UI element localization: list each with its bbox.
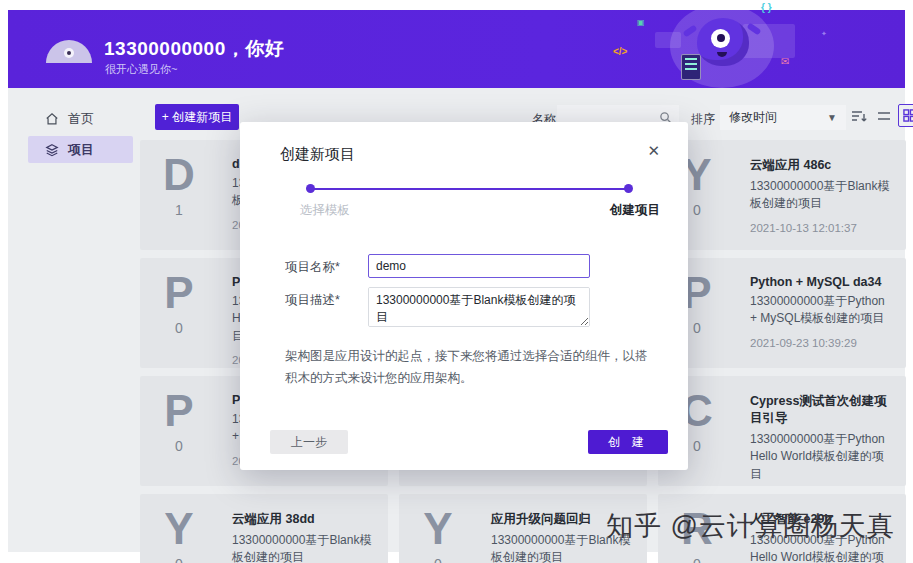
create-button[interactable]: 创 建: [588, 430, 668, 454]
card-count: 1: [175, 202, 183, 218]
chevron-down-icon: ▼: [827, 112, 837, 123]
close-icon[interactable]: ✕: [647, 142, 660, 160]
greeting-subtitle: 很开心遇见你~: [105, 62, 177, 77]
project-name-label: 项目名称*: [285, 259, 340, 276]
sidebar-item-home[interactable]: 首页: [45, 110, 94, 128]
card-count: 0: [175, 438, 183, 454]
home-icon: [45, 112, 59, 126]
card-count: 0: [693, 556, 701, 563]
card-title: 云端应用 486c: [750, 157, 894, 174]
header-banner: 13300000000，你好 很开心遇见你~ </> { } ▣ ✉ ✦: [8, 10, 905, 88]
notepad-icon: [681, 54, 701, 80]
project-desc-textarea[interactable]: 13300000000基于Blank模板创建的项目: [368, 287, 590, 327]
card-description: 13300000000基于Blank模板创建的项目: [750, 178, 894, 213]
project-card[interactable]: C0 Cypress测试首次创建项目引导13300000000基于Python …: [658, 376, 906, 486]
card-count: 0: [175, 556, 183, 563]
create-project-button[interactable]: + 创建新项目: [155, 104, 239, 130]
sidebar-item-label: 首页: [68, 110, 94, 128]
create-project-modal: 创建新项目 ✕ 选择模板 创建项目 项目名称* 项目描述* 1330000000…: [240, 122, 688, 470]
list-view-icon[interactable]: [876, 108, 892, 124]
card-title: Cypress测试首次创建项目引导: [750, 393, 894, 427]
project-card[interactable]: Y0 云端应用 38dd13300000000基于Blank模板创建的项目: [140, 494, 388, 563]
sidebar-item-projects[interactable]: 项目: [28, 136, 133, 163]
mail-icon: ✉: [781, 56, 789, 67]
sort-label: 排序: [691, 111, 715, 128]
card-count: 0: [693, 202, 701, 218]
app-page: 13300000000，你好 很开心遇见你~ </> { } ▣ ✉ ✦ 首页 …: [8, 10, 905, 552]
card-description: 13300000000基于Python + MySQL模板创建的项目: [750, 293, 894, 328]
spark-icon: ✦: [821, 30, 827, 38]
card-letter: P: [164, 271, 193, 315]
card-count: 0: [693, 320, 701, 336]
avatar: [46, 40, 92, 63]
layers-icon: [45, 143, 59, 157]
project-desc-label: 项目描述*: [285, 292, 340, 309]
card-count: 0: [434, 556, 442, 563]
project-card[interactable]: Y0 云端应用 486c13300000000基于Blank模板创建的项目202…: [658, 140, 906, 250]
card-date: 2021-09-23 10:39:29: [750, 337, 894, 349]
mascot-robot: [697, 18, 749, 66]
mascot-illustration: </> { } ▣ ✉ ✦: [585, 2, 865, 88]
card-letter: D: [163, 153, 195, 197]
modal-helper-text: 架构图是应用设计的起点，接下来您将通过选择合适的组件，以搭积木的方式来设计您的应…: [285, 346, 657, 390]
card-description: 13300000000基于Blank模板创建的项目: [232, 532, 376, 563]
card-letter: Y: [423, 507, 452, 551]
card-title: 云端应用 38dd: [232, 511, 376, 528]
card-description: 13300000000基于Python Hello World模板创建的项目: [750, 431, 894, 483]
sort-select-value: 修改时间: [729, 109, 777, 126]
project-card[interactable]: P0 Python + MySQL da3413300000000基于Pytho…: [658, 258, 906, 368]
stepper-dot-right: [624, 184, 633, 193]
zhihu-watermark: 知乎 @云计算圈杨天真: [606, 508, 895, 544]
sort-select[interactable]: 修改时间 ▼: [720, 105, 846, 130]
step-select-template: 选择模板: [300, 202, 350, 219]
card-count: 0: [175, 320, 183, 336]
card-title: Python + MySQL da34: [750, 275, 894, 289]
card-letter: P: [164, 389, 193, 433]
avatar-eye-icon: [64, 48, 74, 58]
project-name-input[interactable]: [368, 254, 590, 278]
card-letter: Y: [164, 507, 193, 551]
code-icon: </>: [613, 46, 627, 57]
grid-view-icon[interactable]: [898, 104, 913, 127]
sort-direction-icon[interactable]: [850, 108, 868, 124]
previous-step-button[interactable]: 上一步: [270, 430, 348, 454]
stepper-dot-left: [306, 184, 315, 193]
sidebar-item-label: 项目: [68, 141, 94, 159]
stepper-line: [310, 188, 628, 190]
card-date: 2021-10-13 12:01:37: [750, 222, 894, 234]
modal-title: 创建新项目: [280, 145, 355, 164]
step-create-project: 创建项目: [610, 202, 660, 219]
greeting-text: 13300000000，你好: [104, 36, 284, 62]
braces-icon: { }: [761, 2, 772, 13]
hash-icon: ▣: [637, 18, 645, 27]
card-count: 0: [693, 438, 701, 454]
